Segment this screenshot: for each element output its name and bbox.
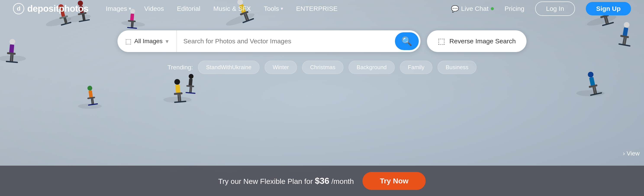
reverse-image-search-button[interactable]: ⬚ Reverse Image Search: [427, 30, 527, 52]
tag-christmas[interactable]: Christmas: [302, 61, 344, 74]
svg-rect-30: [602, 22, 614, 26]
nav-images-label: Images: [106, 5, 127, 12]
tag-business[interactable]: Business: [438, 61, 476, 74]
svg-rect-66: [590, 92, 602, 96]
svg-rect-12: [79, 19, 90, 22]
svg-rect-51: [186, 85, 194, 87]
banner-text-after: /month: [329, 177, 354, 185]
svg-rect-48: [174, 101, 186, 103]
chevron-right-icon: ›: [623, 150, 625, 157]
svg-rect-56: [88, 90, 93, 99]
reverse-search-icon: ⬚: [438, 37, 445, 46]
svg-rect-28: [604, 17, 608, 25]
svg-rect-62: [589, 77, 595, 87]
nav-item-tools[interactable]: Tools ▾: [264, 5, 283, 12]
tools-chevron-icon: ▾: [281, 6, 283, 12]
tag-family[interactable]: Family: [400, 61, 432, 74]
top-navigation: d depositphotos Images ▾ Videos Editoria…: [0, 0, 644, 17]
live-chat-label: Live Chat: [461, 5, 489, 12]
svg-rect-63: [588, 84, 598, 88]
search-container: ⬚ All Images ▾ 🔍 ⬚ Reverse Image Search: [118, 30, 527, 52]
tag-background[interactable]: Background: [348, 61, 395, 74]
reverse-search-label: Reverse Image Search: [450, 38, 516, 45]
nav-editorial-label: Editorial: [177, 5, 200, 12]
view-button[interactable]: › View: [623, 150, 640, 157]
svg-rect-6: [65, 17, 68, 24]
logo-icon: d: [13, 3, 24, 14]
svg-rect-60: [88, 103, 98, 106]
nav-items: Images ▾ Videos Editorial Music & SFX To…: [106, 5, 451, 12]
pricing-label: Pricing: [505, 5, 524, 12]
svg-rect-57: [87, 97, 95, 99]
banner-text-before: Try our New Flexible Plan for: [218, 177, 315, 185]
pricing-link[interactable]: Pricing: [505, 5, 524, 12]
svg-point-49: [188, 74, 194, 79]
live-chat-indicator: [491, 7, 494, 10]
svg-point-31: [624, 22, 630, 28]
svg-point-74: [78, 104, 102, 109]
nav-item-editorial[interactable]: Editorial: [177, 5, 200, 12]
tag-winter[interactable]: Winter: [265, 61, 297, 74]
image-type-icon: ⬚: [125, 38, 131, 45]
svg-point-73: [164, 97, 192, 103]
svg-rect-52: [189, 87, 191, 93]
nav-enterprise-label: ENTERPRISE: [296, 5, 338, 12]
page-wrapper: d depositphotos Images ▾ Videos Editoria…: [0, 0, 644, 196]
search-button[interactable]: 🔍: [395, 32, 419, 50]
search-type-chevron-icon: ▾: [166, 38, 168, 45]
svg-rect-47: [179, 94, 181, 102]
svg-rect-46: [178, 94, 180, 102]
svg-rect-45: [174, 92, 183, 95]
search-icon: 🔍: [402, 36, 412, 46]
nav-item-enterprise[interactable]: ENTERPRISE: [296, 5, 338, 12]
search-input[interactable]: [177, 38, 393, 45]
logo[interactable]: d depositphotos: [13, 3, 88, 14]
svg-rect-64: [592, 87, 596, 94]
banner-price: $36: [315, 176, 329, 185]
nav-item-music[interactable]: Music & SFX: [213, 5, 251, 12]
svg-rect-17: [132, 22, 134, 28]
nav-right: 💬 Live Chat Pricing Log In Sign Up: [451, 2, 631, 16]
svg-point-75: [576, 90, 604, 96]
svg-rect-58: [91, 99, 93, 105]
banner-text: Try our New Flexible Plan for $36 /month: [218, 176, 354, 186]
view-label: View: [627, 150, 640, 157]
svg-rect-15: [128, 20, 136, 22]
svg-rect-50: [188, 78, 192, 87]
svg-rect-5: [61, 22, 72, 26]
svg-rect-59: [92, 99, 94, 105]
svg-point-69: [121, 20, 145, 27]
nav-music-label: Music & SFX: [213, 5, 251, 12]
svg-rect-65: [594, 86, 597, 94]
images-chevron-icon: ▾: [129, 6, 131, 12]
svg-point-55: [87, 85, 92, 91]
svg-rect-29: [606, 17, 609, 24]
svg-rect-53: [190, 87, 192, 93]
search-type-selector[interactable]: ⬚ All Images ▾: [118, 30, 177, 52]
svg-rect-24: [242, 18, 254, 23]
chat-icon: 💬: [451, 5, 459, 13]
nav-tools-label: Tools: [264, 5, 279, 12]
trending-row: Trending: StandWithUkraine Winter Christ…: [168, 61, 476, 74]
login-button[interactable]: Log In: [535, 2, 575, 16]
logo-text: depositphotos: [27, 4, 88, 14]
trending-label: Trending:: [168, 64, 193, 71]
bottom-banner: Try our New Flexible Plan for $36 /month…: [0, 166, 644, 196]
svg-rect-16: [131, 22, 132, 28]
svg-point-43: [174, 79, 180, 85]
svg-rect-4: [64, 18, 66, 24]
search-bar: ⬚ All Images ▾ 🔍: [118, 30, 420, 52]
svg-rect-54: [186, 92, 196, 94]
svg-rect-18: [127, 27, 137, 29]
nav-videos-label: Videos: [144, 5, 164, 12]
live-chat-link[interactable]: 💬 Live Chat: [451, 5, 494, 13]
nav-item-videos[interactable]: Videos: [144, 5, 164, 12]
try-now-button[interactable]: Try Now: [362, 172, 426, 190]
nav-item-images[interactable]: Images ▾: [106, 5, 131, 12]
svg-rect-44: [175, 84, 180, 94]
signup-button[interactable]: Sign Up: [586, 2, 631, 15]
tag-standwithukraine[interactable]: StandWithUkraine: [198, 61, 260, 74]
search-type-label: All Images: [134, 38, 163, 45]
hero-content: ⬚ All Images ▾ 🔍 ⬚ Reverse Image Search …: [0, 30, 644, 74]
